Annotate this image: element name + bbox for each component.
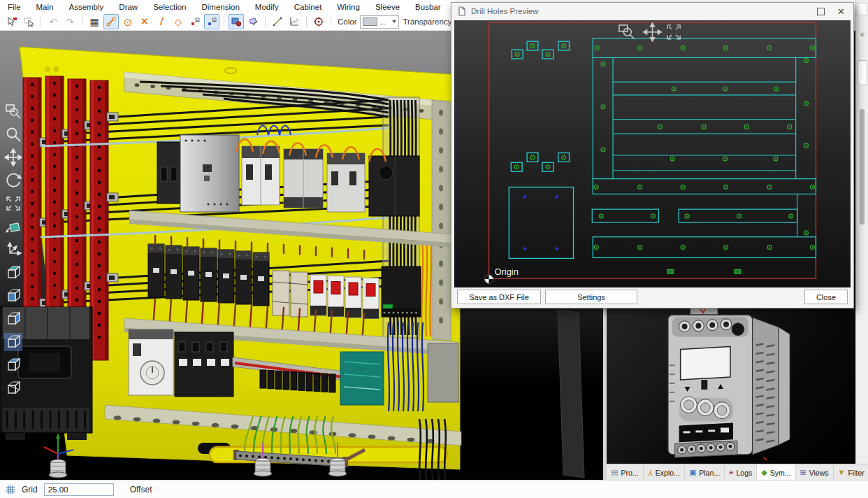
- pan-icon[interactable]: [4, 148, 22, 166]
- menu-modify[interactable]: Modify: [247, 1, 287, 13]
- color-ellipsis: ...: [379, 18, 385, 26]
- measure-tool-icon[interactable]: [270, 14, 285, 29]
- tab-plan[interactable]: ▣Plan...: [685, 464, 725, 481]
- toolbar-separator: [82, 16, 82, 27]
- move-3d-icon[interactable]: [4, 241, 22, 259]
- save-dxf-button[interactable]: Save as DXF File: [457, 290, 541, 304]
- menu-sleeve[interactable]: Sleeve: [368, 1, 407, 13]
- circle-tool-icon[interactable]: ⊙: [120, 14, 136, 29]
- settings-button[interactable]: Settings: [545, 290, 637, 304]
- select-tool-icon[interactable]: [4, 14, 20, 29]
- hierarchy-icon: Y: [648, 469, 653, 476]
- panel-corner-box: [858, 3, 867, 15]
- menu-cabinet[interactable]: Cabinet: [287, 1, 330, 13]
- zoom-icon[interactable]: [4, 125, 22, 143]
- fit-view-icon[interactable]: [4, 194, 22, 213]
- toolbar-separator: [331, 16, 331, 27]
- toolbar-separator: [306, 16, 307, 27]
- drill-preview-render: Origin: [454, 20, 851, 287]
- menu-selection[interactable]: Selection: [145, 1, 194, 13]
- menu-draw[interactable]: Draw: [111, 1, 145, 13]
- grid-tool-icon[interactable]: ▦: [87, 14, 102, 29]
- document-icon: [457, 6, 467, 16]
- tab-explorer[interactable]: YExplo...: [644, 464, 685, 481]
- tab-filter[interactable]: ▼Filter: [834, 464, 868, 481]
- menu-assembly[interactable]: Assembly: [61, 1, 111, 13]
- tab-logs[interactable]: ≡Logs: [725, 464, 757, 481]
- chart-tool-icon[interactable]: [287, 14, 302, 29]
- svg-text:a: a: [196, 18, 198, 22]
- grid-size-input[interactable]: [44, 483, 114, 496]
- view-cube-1-icon[interactable]: [4, 310, 22, 328]
- dialog-button-row: Save as DXF File Settings Close: [454, 289, 851, 306]
- line-tool-icon[interactable]: [103, 14, 119, 29]
- diamond-tool-icon[interactable]: ◇: [171, 14, 186, 29]
- toolbar-separator: [41, 16, 41, 27]
- maximize-button[interactable]: [817, 8, 825, 15]
- hub-tool-icon[interactable]: [311, 14, 326, 29]
- tab-label: Sym...: [770, 469, 791, 477]
- offset-label: Offset: [130, 485, 152, 495]
- strip-button[interactable]: [858, 60, 867, 85]
- view-cube-4-icon[interactable]: [4, 379, 22, 397]
- symbol-box-icon: ◆: [761, 469, 767, 476]
- view-cube-3-icon[interactable]: [4, 356, 22, 374]
- origin-label: Origin: [494, 266, 518, 277]
- cube-icon: ▣: [689, 469, 696, 476]
- tab-label: Views: [809, 469, 829, 477]
- point-label2-tool-icon[interactable]: a: [204, 14, 219, 29]
- view-cube-top-icon[interactable]: [4, 264, 22, 282]
- close-button[interactable]: Close: [804, 290, 848, 304]
- tab-label: Logs: [736, 469, 752, 477]
- page-icon: ▤: [611, 469, 618, 476]
- segment-tool-icon[interactable]: /: [154, 14, 169, 29]
- color-swatch: [363, 17, 377, 26]
- tab-views[interactable]: ⊞Views: [796, 464, 834, 481]
- view-cube-2-icon[interactable]: [4, 333, 22, 351]
- collapse-chevron-icon[interactable]: <: [856, 31, 868, 38]
- drill-holes-preview-dialog: Drill Holes Preview ✕: [451, 2, 854, 308]
- orbit-icon[interactable]: [4, 171, 22, 190]
- point-label-tool-icon[interactable]: a: [187, 14, 203, 29]
- menu-file[interactable]: File: [0, 1, 29, 13]
- tab-symbols[interactable]: ◆Sym...: [757, 464, 795, 481]
- tab-label: Filter: [848, 469, 864, 477]
- menu-main[interactable]: Main: [29, 1, 62, 13]
- toolbar-separator: [224, 16, 224, 27]
- region-tool-icon[interactable]: [229, 14, 244, 29]
- tab-properties[interactable]: ▤Pro...: [607, 464, 644, 481]
- view-face-icon[interactable]: [4, 218, 22, 236]
- redo-icon[interactable]: ↷: [62, 14, 78, 29]
- funnel-icon: ▼: [838, 469, 846, 476]
- delete-tool-icon[interactable]: ×: [137, 14, 152, 29]
- svg-text:a: a: [213, 18, 215, 22]
- tab-label: Plan...: [699, 469, 720, 477]
- tab-label: Pro...: [621, 469, 638, 477]
- panel-collapse-strip: <: [855, 0, 868, 464]
- transparency-label: Transparency: [403, 17, 451, 26]
- color-dropdown[interactable]: ...: [360, 15, 399, 29]
- view-cube-front-icon[interactable]: [4, 287, 22, 305]
- origin-marker: [485, 275, 493, 283]
- close-icon[interactable]: ✕: [837, 6, 848, 17]
- windows-icon: ⊞: [800, 469, 806, 476]
- scrollbar-thumb[interactable]: [860, 109, 865, 225]
- menu-dimension[interactable]: Dimension: [194, 1, 247, 13]
- status-bar: Grid Offset: [0, 480, 868, 498]
- select-box-tool-icon[interactable]: [21, 14, 36, 29]
- region2-tool-icon[interactable]: [245, 14, 261, 29]
- chevron-down-icon: [392, 20, 396, 23]
- tab-label: Explo...: [656, 469, 680, 477]
- menu-busbar[interactable]: Busbar: [407, 1, 448, 13]
- dialog-titlebar[interactable]: Drill Holes Preview ✕: [451, 3, 853, 20]
- undo-icon[interactable]: ↶: [45, 14, 61, 29]
- menu-wiring[interactable]: Wiring: [329, 1, 368, 13]
- toolbar-separator: [265, 16, 266, 27]
- list-icon: ≡: [729, 469, 733, 476]
- dialog-title: Drill Holes Preview: [471, 7, 539, 15]
- color-label: Color: [338, 17, 356, 26]
- drill-preview-canvas[interactable]: Origin: [454, 20, 851, 287]
- grid-label: Grid: [22, 485, 38, 495]
- panel-tab-bar: ▤Pro... YExplo... ▣Plan... ≡Logs ◆Sym...…: [607, 464, 868, 481]
- zoom-window-icon[interactable]: [4, 102, 22, 120]
